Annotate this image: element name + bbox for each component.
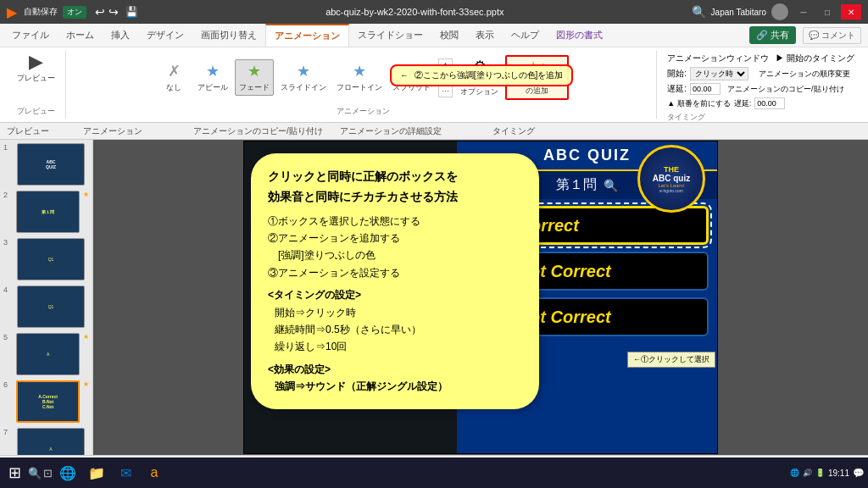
delay-input2[interactable] (754, 97, 785, 109)
anim-more[interactable]: ⋯ (438, 86, 453, 97)
anim-float-btn[interactable]: ★ フロートイン (333, 60, 386, 95)
slide-preview-2: 第１問 (16, 191, 80, 233)
quiz-question-text: 第１問 (556, 176, 597, 194)
undo-icon[interactable]: ↩ (95, 5, 105, 19)
close-btn[interactable]: ✕ (841, 4, 861, 19)
anim-fly-icon: ★ (297, 62, 310, 80)
star-marker-2: ★ (83, 191, 89, 198)
notification-icon[interactable]: 💬 (853, 468, 865, 479)
timing-section: アニメーションウィンドウ ▶ 開始のタイミング 開始: クリック時 アニメーショ… (660, 51, 861, 119)
amazon-icon[interactable]: a (141, 459, 168, 486)
slide-preview-7: A (17, 428, 85, 455)
autosave-toggle[interactable]: オン (63, 6, 86, 19)
slide-preview-5: A (16, 333, 80, 375)
battery-icon[interactable]: 🔋 (815, 469, 825, 477)
slide-num-2: 2 (3, 191, 13, 199)
anim-fade-label: フェード (239, 82, 270, 93)
canvas-area: ABC QUIZ 第１問 🔍 1 A. Correct (93, 140, 868, 455)
preview-btn[interactable]: ▶ プレビュー (14, 51, 58, 86)
file-explorer-icon[interactable]: 📁 (83, 459, 110, 486)
magnifier-icon: 🔍 (604, 179, 618, 192)
anim-appear-btn[interactable]: ★ アピール (194, 60, 231, 95)
slide-thumb-1[interactable]: 1 ABCQUIZ (3, 143, 89, 186)
main-area: 1 ABCQUIZ 2 第１問 ★ 3 Q1 4 Q1 (0, 140, 868, 455)
animation-group-label: アニメーション (337, 106, 390, 119)
detail-sublabel: アニメーションの詳細設定 (340, 125, 442, 137)
edge-icon[interactable]: 🌐 (54, 459, 81, 486)
tab-animations[interactable]: アニメーション (265, 24, 349, 47)
save-icon[interactable]: 💾 (125, 6, 138, 18)
tab-help[interactable]: ヘルプ (503, 24, 548, 47)
preview-group: ▶ プレビュー プレビュー (7, 51, 66, 119)
anim-none-btn[interactable]: ✗ なし (157, 60, 191, 95)
anim-sublabel: アニメーション (83, 125, 142, 137)
annotation-text: ②ここから強調[塗りつぶしの色]を追加 (415, 70, 564, 80)
slide-num-6: 6 (3, 380, 13, 389)
start-btn[interactable]: ⊞ (3, 463, 26, 482)
copy-paste-anim-btn[interactable]: アニメーションのコピー/貼り付け (727, 84, 844, 95)
anim-fly-label: スライドイン (281, 82, 326, 93)
tooltip-timing-title: <タイミングの設定> (268, 286, 522, 303)
start-select[interactable]: クリック時 (690, 67, 748, 80)
search-taskbar-btn[interactable]: 🔍 (28, 467, 42, 480)
slide-thumb-3[interactable]: 3 Q1 (3, 238, 89, 280)
slide-thumb-4[interactable]: 4 Q1 (3, 286, 89, 328)
slide-num-7: 7 (3, 428, 14, 436)
tab-home[interactable]: ホーム (58, 24, 103, 47)
anim-fade-btn[interactable]: ★ フェード (235, 59, 274, 96)
taskbar: ⊞ 🔍 ⊡ 🌐 📁 ✉ a 🌐 🔊 🔋 19:11 💬 (0, 458, 868, 488)
ribbon-annotation: ②ここから強調[塗りつぶしの色]を追加 (390, 64, 573, 86)
minimize-btn[interactable]: ─ (793, 4, 814, 19)
trigger-btn[interactable]: ▶ 開始のタイミング (776, 53, 854, 64)
share-button[interactable]: 🔗 共有 (749, 26, 796, 44)
slide-preview-6: A.CorrectB.NotC.Not (16, 380, 80, 423)
tab-format[interactable]: 図形の書式 (548, 24, 611, 47)
window-controls: ─ □ ✕ (793, 4, 861, 19)
slide-thumb-6[interactable]: 6 A.CorrectB.NotC.Not ★ (3, 380, 89, 423)
tooltip-effect-detail: 強調⇒サウンド（正解ジングル設定） (275, 378, 522, 395)
star-marker-5: ★ (83, 333, 89, 341)
delay-row: 遅延: アニメーションのコピー/貼り付け (667, 83, 854, 95)
tooltip-step1: ①ボックスを選択した状態にする (268, 213, 522, 230)
slide-thumb-5[interactable]: 5 A ★ (3, 333, 89, 375)
slide-thumb-7[interactable]: 7 A (3, 428, 89, 455)
tab-slideshow[interactable]: スライドショー (349, 24, 431, 47)
delay-input[interactable] (690, 83, 721, 95)
anim-order-btn[interactable]: アニメーションの順序変更 (759, 69, 850, 80)
search-icon[interactable]: 🔍 (692, 5, 706, 19)
animation-window-label[interactable]: アニメーションウィンドウ (667, 53, 769, 64)
tooltip-timing-repeat: 繰り返し⇒10回 (275, 338, 522, 355)
volume-icon[interactable]: 🔊 (803, 469, 812, 477)
anim-fly-btn[interactable]: ★ スライドイン (277, 60, 330, 95)
slide-num-1: 1 (3, 143, 14, 152)
tab-review[interactable]: 校閲 (431, 24, 467, 47)
ribbon: ファイル ホーム 挿入 デザイン 画面切り替え アニメーション スライドショー … (0, 24, 868, 123)
answer-a-annotation: ←①クリックして選択 (627, 352, 715, 368)
taskview-btn[interactable]: ⊡ (43, 467, 53, 480)
preview-group-label: プレビュー (17, 106, 55, 119)
maximize-btn[interactable]: □ (817, 4, 837, 19)
logo-circle: THE ABC quiz Let's Learn! e-hgoto.com (637, 145, 705, 213)
network-icon[interactable]: 🌐 (790, 469, 799, 477)
comment-btn[interactable]: 💬 コメント (803, 27, 861, 44)
slide-num-3: 3 (3, 238, 14, 247)
slide-num-4: 4 (3, 286, 14, 294)
preview-icon: ▶ (29, 53, 43, 71)
slide-thumb-2[interactable]: 2 第１問 ★ (3, 191, 89, 233)
slide-preview-3: Q1 (17, 238, 85, 280)
tooltip-step2-detail: [強調]塗りつぶしの色 (278, 247, 522, 263)
tab-file[interactable]: ファイル (3, 24, 58, 47)
preview-sublabel: プレビュー (7, 125, 49, 137)
tab-transitions[interactable]: 画面切り替え (192, 24, 265, 47)
tooltip-step3: ③アニメーションを設定する (268, 264, 522, 281)
tab-view[interactable]: 表示 (467, 24, 503, 47)
tooltip-effect-title: <効果の設定> (268, 361, 522, 378)
anim-fade-icon: ★ (248, 62, 261, 80)
tab-insert[interactable]: 挿入 (103, 24, 138, 47)
advance-btns[interactable]: ▲ 順番を前にする (667, 98, 730, 109)
slide-preview-4: Q1 (17, 286, 85, 328)
redo-icon[interactable]: ↪ (108, 5, 119, 19)
mail-icon[interactable]: ✉ (112, 459, 139, 486)
tab-design[interactable]: デザイン (138, 24, 192, 47)
powerpoint-icon: ▶ (7, 4, 17, 20)
